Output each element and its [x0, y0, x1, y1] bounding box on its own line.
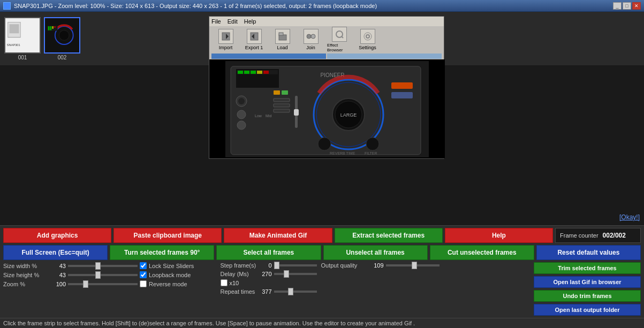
size-width-slider[interactable] [68, 265, 138, 267]
svg-rect-39 [274, 90, 280, 95]
frame-label-001: 001 [18, 55, 27, 60]
svg-rect-56 [50, 26, 51, 30]
open-last-gif-button[interactable]: Open last Gif in browser [534, 276, 641, 288]
svg-text:SNAP301: SNAP301 [7, 43, 20, 46]
svg-rect-41 [274, 98, 290, 102]
output-quality-slider[interactable] [386, 264, 440, 266]
menu-file[interactable]: File [211, 18, 221, 25]
frame-thumb-001[interactable]: SNAP301 001 [4, 17, 41, 60]
lock-size-sliders-checkbox[interactable] [140, 262, 147, 269]
import-label: Import [219, 45, 233, 50]
menu-help[interactable]: Help [244, 18, 256, 25]
inner-canvas: PIONEER Low Mid [209, 59, 445, 158]
app-icon [3, 2, 11, 10]
toolbar-settings[interactable]: Settings [355, 29, 380, 50]
undo-trim-button[interactable]: Undo trim frames [534, 290, 641, 302]
load-label: Load [277, 45, 287, 50]
reverse-mode-checkbox[interactable] [140, 280, 147, 287]
svg-rect-42 [274, 104, 290, 107]
load-icon [275, 29, 290, 44]
cut-unselected-button[interactable]: Cut unselected frames [430, 245, 534, 260]
menu-edit[interactable]: Edit [228, 18, 238, 25]
frame-001-thumbnail: SNAP301 [5, 17, 40, 54]
svg-text:LARGE: LARGE [340, 112, 357, 118]
svg-rect-21 [263, 71, 269, 74]
help-button[interactable]: Help [445, 228, 553, 243]
step-frames-label: Step frame(s) [221, 262, 257, 269]
step-frames-row: Step frame(s) 0 [221, 262, 317, 269]
okay-link[interactable]: [Okay!] [619, 213, 640, 221]
output-quality-value: 109 [369, 262, 384, 269]
svg-rect-57 [52, 26, 54, 29]
delay-slider[interactable] [274, 273, 317, 275]
progress-bar-area [209, 53, 444, 59]
step-frames-slider[interactable] [274, 264, 317, 266]
toolbar-effect-browser[interactable]: Effect Browser [327, 27, 351, 52]
full-screen-button[interactable]: Full Screen (Esc=quit) [3, 245, 108, 260]
svg-point-10 [366, 35, 369, 38]
maximize-button[interactable]: □ [623, 2, 631, 10]
svg-line-9 [342, 36, 343, 38]
frame-thumb-002[interactable]: 002 [44, 17, 80, 60]
svg-rect-17 [238, 71, 243, 74]
status-text: Click the frame strip to select frames. … [3, 320, 415, 326]
repeat-times-value: 377 [260, 288, 272, 295]
minimize-button[interactable]: _ [613, 2, 622, 10]
make-gif-button[interactable]: Make Animated Gif [224, 228, 332, 243]
svg-text:Low: Low [255, 114, 262, 118]
svg-point-33 [318, 138, 331, 150]
frame-image-002 [44, 17, 80, 54]
size-width-row: Size width % 43 Lock Size Sliders [3, 262, 216, 269]
repeat-times-slider[interactable] [274, 291, 317, 293]
sliders-section: Size width % 43 Lock Size Sliders Size h… [3, 262, 641, 316]
join-label: Join [306, 45, 315, 50]
close-button[interactable]: ✕ [632, 2, 641, 10]
svg-rect-37 [391, 82, 413, 89]
toolbar-load[interactable]: Load [270, 29, 294, 50]
svg-rect-58 [54, 26, 56, 28]
dj-equipment-display: PIONEER Low Mid [225, 61, 429, 157]
middle-col: Step frame(s) 0 Delay (Ms) 270 x10 Repea… [221, 262, 317, 316]
frame-image-001: SNAP301 [4, 17, 41, 54]
zoom-label: Zoom % [3, 281, 49, 287]
import-icon [218, 29, 233, 44]
title-text: SNAP301.JPG - Zoom level: 100% - Size: 1… [14, 3, 377, 9]
join-icon [304, 29, 319, 44]
toolbar-import[interactable]: Import [214, 29, 238, 50]
svg-point-34 [366, 138, 379, 150]
turn-frames-button[interactable]: Turn selected frames 90° [110, 245, 214, 260]
svg-rect-43 [274, 109, 290, 112]
main-content: File Edit Help Import Export 1 [0, 12, 644, 328]
loopback-mode-checkbox[interactable] [140, 271, 147, 278]
open-last-output-button[interactable]: Open last output folder [534, 304, 641, 316]
preview-area: File Edit Help Import Export 1 [0, 12, 644, 225]
unselect-all-button[interactable]: Unselect all frames [323, 245, 428, 260]
add-graphics-button[interactable]: Add graphics [3, 228, 111, 243]
reset-defaults-button[interactable]: Reset default values [536, 245, 641, 260]
delay-label: Delay (Ms) [221, 271, 257, 277]
okay-link-text[interactable]: [Okay!] [619, 213, 640, 221]
titlebar-left: SNAP301.JPG - Zoom level: 100% - Size: 1… [3, 2, 377, 10]
size-height-slider[interactable] [68, 274, 138, 276]
export1-label: Export 1 [245, 45, 263, 50]
step-frames-value: 0 [260, 262, 272, 269]
repeat-times-label: Repeat times [221, 288, 257, 295]
output-quality-label: Output quality [321, 262, 367, 269]
zoom-slider[interactable] [68, 283, 138, 285]
svg-point-7 [311, 34, 315, 39]
delay-value: 270 [260, 271, 272, 277]
toolbar-join[interactable]: Join [299, 29, 323, 50]
x10-checkbox[interactable] [221, 279, 228, 286]
svg-rect-48 [10, 24, 19, 33]
toolbar-export1[interactable]: Export 1 [242, 29, 266, 50]
paste-clipboard-button[interactable]: Paste clipboard image [113, 228, 222, 243]
inner-menubar: File Edit Help [209, 17, 444, 26]
lock-size-sliders-label: Lock Size Sliders [149, 263, 194, 269]
extract-frames-button[interactable]: Extract selected frames [335, 228, 443, 243]
button-row-2: Full Screen (Esc=quit) Turn selected fra… [3, 245, 641, 260]
output-quality-row: Output quality 109 [321, 262, 534, 269]
right-button-col: Trim selected frames Open last Gif in br… [534, 262, 641, 316]
select-all-button[interactable]: Select all frames [216, 245, 321, 260]
trim-selected-button[interactable]: Trim selected frames [534, 262, 641, 274]
output-progress-bar [327, 54, 442, 59]
